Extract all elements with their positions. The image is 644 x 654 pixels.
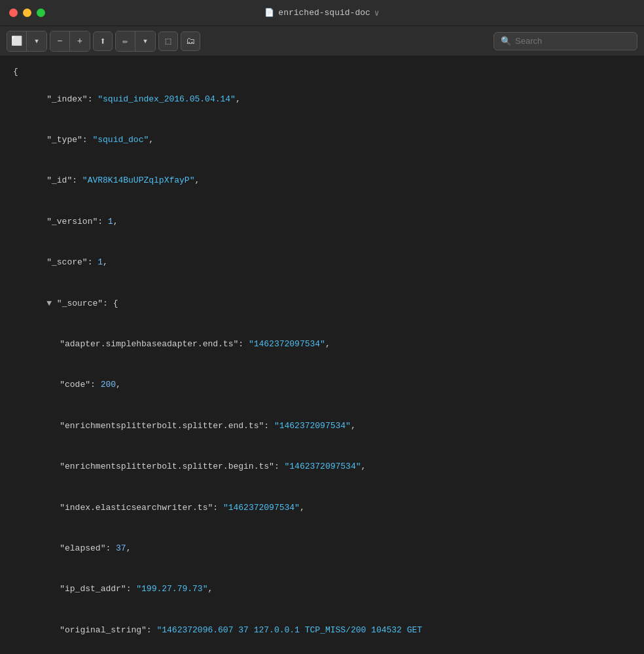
box-button[interactable]: ⬚ bbox=[158, 31, 178, 51]
chevron-icon: ∨ bbox=[374, 8, 380, 18]
minimize-button[interactable] bbox=[23, 9, 31, 17]
json-version: "_version": 1, bbox=[13, 202, 631, 242]
json-enrichment-splitter-begin: "enrichmentsplitterbolt.splitter.begin.t… bbox=[13, 446, 631, 487]
zoom-in-button[interactable]: + bbox=[70, 31, 90, 51]
pen-group: ✏️ ▾ bbox=[115, 31, 156, 52]
json-index: "_index": "squid_index_2016.05.04.14", bbox=[13, 79, 631, 120]
zoom-out-button[interactable]: − bbox=[50, 31, 70, 51]
document-icon: 📄 bbox=[264, 8, 274, 18]
json-original-string: "original_string": "1462372096.607 37 12… bbox=[13, 610, 631, 651]
search-box[interactable]: 🔍 bbox=[493, 32, 637, 50]
briefcase-button[interactable]: 🗂 bbox=[181, 31, 200, 51]
pen-button[interactable]: ✏️ bbox=[116, 31, 135, 51]
json-code: "code": 200, bbox=[13, 365, 631, 406]
sidebar-arrow-button[interactable]: ▾ bbox=[27, 31, 46, 51]
title-bar: 📄 enriched-squid-doc ∨ bbox=[0, 0, 644, 26]
json-adapter-end: "adapter.simplehbaseadapter.end.ts": "14… bbox=[13, 324, 631, 365]
traffic-lights bbox=[9, 9, 45, 17]
sidebar-toggle-button[interactable]: ⬜ bbox=[7, 31, 27, 51]
search-input[interactable] bbox=[515, 36, 630, 46]
json-content: { "_index": "squid_index_2016.05.04.14",… bbox=[0, 56, 644, 654]
share-button[interactable]: ⬆ bbox=[93, 31, 113, 51]
window-title: 📄 enriched-squid-doc ∨ bbox=[264, 8, 379, 18]
json-ip-dst: "ip_dst_addr": "199.27.79.73", bbox=[13, 569, 631, 609]
close-button[interactable] bbox=[9, 9, 18, 17]
json-root-open: { bbox=[13, 65, 631, 79]
json-score: "_score": 1, bbox=[13, 242, 631, 283]
json-type: "_type": "squid_doc", bbox=[13, 120, 631, 160]
json-id: "_id": "AVR8K14BuUPZqlpXfayP", bbox=[13, 161, 631, 202]
sidebar-toggle-group: ⬜ ▾ bbox=[7, 31, 47, 52]
json-enrichment-splitter-end: "enrichmentsplitterbolt.splitter.end.ts"… bbox=[13, 406, 631, 446]
toolbar: ⬜ ▾ − + ⬆ ✏️ ▾ ⬚ 🗂 🔍 bbox=[0, 26, 644, 56]
pen-arrow-button[interactable]: ▾ bbox=[135, 31, 155, 51]
search-icon: 🔍 bbox=[501, 36, 511, 46]
zoom-group: − + bbox=[50, 31, 90, 52]
maximize-button[interactable] bbox=[37, 9, 45, 17]
json-elapsed: "elapsed": 37, bbox=[13, 528, 631, 569]
json-index-elastic: "index.elasticsearchwriter.ts": "1462372… bbox=[13, 488, 631, 528]
json-original-string-url: http://www.cnn.com/ - DIRECT/199.27.79.7… bbox=[13, 651, 631, 654]
json-source-open: ▼ "_source": { bbox=[13, 283, 631, 324]
